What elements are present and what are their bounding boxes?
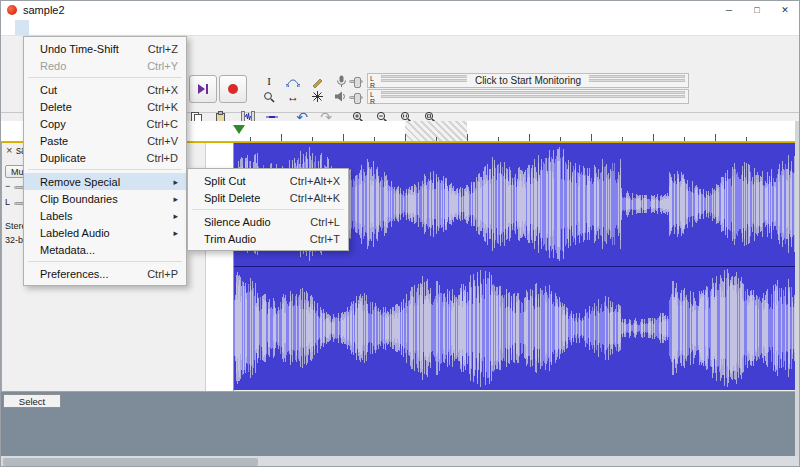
timeline-major-tick xyxy=(467,134,468,141)
timeline-major-tick xyxy=(405,134,406,141)
edit-menu-item[interactable]: Delete Ctrl+K ▸ xyxy=(24,98,186,115)
title-bar[interactable]: sample2 ─ □ ✕ xyxy=(1,1,799,19)
menu-bar xyxy=(1,19,799,36)
close-button[interactable]: ✕ xyxy=(771,1,799,19)
submenu-arrow-icon: ▸ xyxy=(173,228,178,238)
menu-item-shortcut: Ctrl+Y xyxy=(147,60,178,72)
envelope-icon xyxy=(286,77,300,87)
timeline-minor-tick xyxy=(250,137,251,141)
menu-item-label: Clip Boundaries xyxy=(40,193,118,205)
edit-menu-item[interactable]: Cut Ctrl+X ▸ xyxy=(24,81,186,98)
menu-bar-item[interactable] xyxy=(71,20,85,35)
vertical-scrollbar[interactable] xyxy=(795,121,800,456)
menu-bar-item[interactable] xyxy=(141,20,155,35)
edit-menu-item[interactable]: Preferences... Ctrl+P ▸ xyxy=(24,265,186,282)
menu-item-shortcut: Ctrl+Alt+K xyxy=(290,192,340,204)
submenu-arrow-icon: ▸ xyxy=(173,177,178,187)
menu-separator: ▸ xyxy=(188,206,348,213)
timeline-minor-tick xyxy=(374,137,375,141)
minimize-button[interactable]: ─ xyxy=(715,1,743,19)
meter-bar xyxy=(381,91,685,94)
gain-minus-label: − xyxy=(5,181,10,191)
submenu-item[interactable]: Trim Audio Ctrl+T ▸ xyxy=(188,230,348,247)
edit-menu-item[interactable]: Clip Boundaries ▸ xyxy=(24,190,186,207)
recording-volume-slider[interactable] xyxy=(349,80,363,83)
edit-menu-item[interactable]: Remove Special ▸ xyxy=(24,173,186,190)
edit-menu-item[interactable]: Paste Ctrl+V ▸ xyxy=(24,132,186,149)
timeline-major-tick xyxy=(281,134,282,141)
menu-item-label: Split Delete xyxy=(204,192,260,204)
edit-menu-item[interactable]: Metadata... ▸ xyxy=(24,241,186,258)
record-button[interactable] xyxy=(219,75,247,103)
menu-item-label: Metadata... xyxy=(40,244,95,256)
menu-item-label: Undo Time-Shift xyxy=(40,43,119,55)
menu-item-label: Labeled Audio xyxy=(40,227,110,239)
menu-item-label: Split Cut xyxy=(204,175,246,187)
edit-menu: Undo Time-Shift Ctrl+Z ▸ Redo Ctrl+Y ▸ ▸… xyxy=(23,36,187,286)
ibeam-icon: I xyxy=(267,76,271,87)
timeline-minor-tick xyxy=(746,137,747,141)
timeshift-icon: ↔ xyxy=(287,91,299,103)
menu-item-label: Delete xyxy=(40,101,72,113)
envelope-tool-button[interactable] xyxy=(281,74,305,89)
submenu-item[interactable]: Split Delete Ctrl+Alt+K ▸ xyxy=(188,189,348,206)
horizontal-scrollbar[interactable] xyxy=(1,456,800,467)
skip-end-button[interactable] xyxy=(189,75,217,103)
menu-bar-item[interactable] xyxy=(1,20,15,35)
edit-menu-item[interactable]: Duplicate Ctrl+D ▸ xyxy=(24,149,186,166)
timeshift-tool-button[interactable]: ↔ xyxy=(281,89,305,104)
timeline-minor-tick xyxy=(436,137,437,141)
playback-volume-slider[interactable] xyxy=(349,96,363,99)
submenu-item[interactable]: Silence Audio Ctrl+L ▸ xyxy=(188,213,348,230)
menu-bar-item[interactable] xyxy=(29,20,43,35)
edit-menu-item[interactable]: Labeled Audio ▸ xyxy=(24,224,186,241)
menu-item-label: Duplicate xyxy=(40,152,86,164)
menu-item-label: Paste xyxy=(40,135,68,147)
menu-item-shortcut: Ctrl+K xyxy=(147,101,178,113)
menu-bar-item[interactable] xyxy=(127,20,141,35)
timeline-minor-tick xyxy=(622,137,623,141)
submenu-arrow-icon: ▸ xyxy=(173,211,178,221)
menu-bar-item[interactable] xyxy=(113,20,127,35)
menu-separator: ▸ xyxy=(24,74,186,81)
edit-menu-item[interactable]: Redo Ctrl+Y ▸ xyxy=(24,57,186,74)
maximize-button[interactable]: □ xyxy=(743,1,771,19)
menu-bar-item[interactable] xyxy=(43,20,57,35)
zoom-tool-button[interactable] xyxy=(257,89,281,104)
empty-track-background xyxy=(1,392,796,456)
horizontal-scrollbar-thumb[interactable] xyxy=(3,458,258,466)
app-icon xyxy=(7,5,17,15)
submenu-item[interactable]: Split Cut Ctrl+Alt+X ▸ xyxy=(188,172,348,189)
multi-tool-icon xyxy=(312,91,323,102)
menu-separator: ▸ xyxy=(24,166,186,173)
edit-menu-item[interactable]: Labels ▸ xyxy=(24,207,186,224)
meter-right-label: R xyxy=(370,82,379,89)
edit-menu-item[interactable]: Copy Ctrl+C ▸ xyxy=(24,115,186,132)
menu-item-label: Redo xyxy=(40,60,66,72)
menu-bar-item[interactable] xyxy=(85,20,99,35)
draw-tool-button[interactable] xyxy=(305,74,329,89)
menu-item-shortcut: Ctrl+X xyxy=(147,84,178,96)
timeline-options-arrow-icon[interactable] xyxy=(233,125,245,134)
timeline-major-tick xyxy=(653,134,654,141)
window-title: sample2 xyxy=(23,4,65,16)
edit-menu-item[interactable]: Undo Time-Shift Ctrl+Z ▸ xyxy=(24,40,186,57)
menu-bar-item[interactable] xyxy=(57,20,71,35)
selection-tool-button[interactable]: I xyxy=(257,74,281,89)
recording-meter[interactable]: L R Click to Start Monitoring xyxy=(367,73,689,88)
playback-meter[interactable]: L R xyxy=(367,89,689,104)
pan-left-label: L xyxy=(5,197,10,207)
timeline-minor-tick xyxy=(560,137,561,141)
meter-right-label: R xyxy=(370,98,379,105)
menu-item-label: Labels xyxy=(40,210,72,222)
menu-bar-item[interactable] xyxy=(99,20,113,35)
track-select-button[interactable]: Select xyxy=(3,394,61,408)
track-close-icon[interactable]: × xyxy=(6,144,12,156)
multi-tool-button[interactable] xyxy=(305,89,329,104)
timeline-minor-tick xyxy=(498,137,499,141)
menu-bar-item[interactable] xyxy=(15,20,29,35)
monitoring-hint[interactable]: Click to Start Monitoring xyxy=(467,75,589,86)
mic-mixer-icon xyxy=(336,75,347,88)
timeline-major-tick xyxy=(591,134,592,141)
track-select-label: Select xyxy=(19,396,45,407)
